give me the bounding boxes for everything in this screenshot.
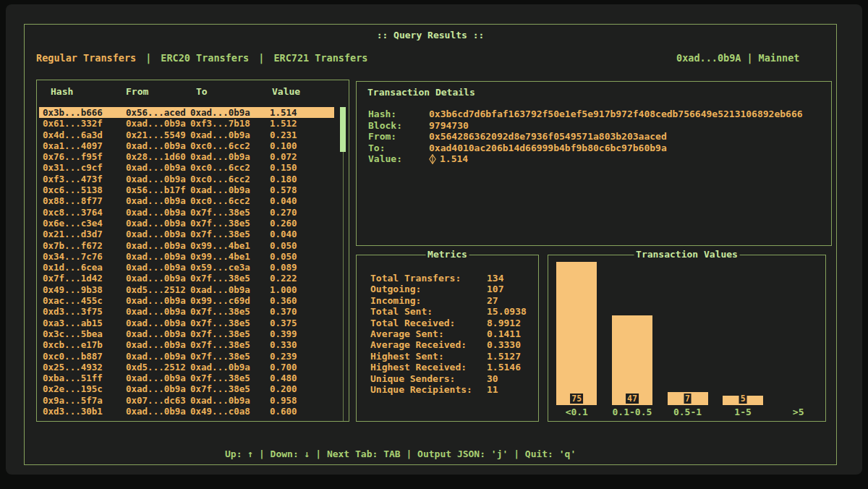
table-row[interactable]: 0x61...332f0xad...0b9a0xf3...7b181.512 [39,118,334,129]
metric-value: 30 [487,373,498,384]
hash-cell: 0x34...7c76 [43,251,103,263]
chart-bar [612,315,652,405]
detail-label: From: [368,131,396,143]
from-cell: 0xad...0b9a [126,240,186,252]
table-row[interactable]: 0x21...d3d70xad...0b9a0x7f...38e50.040 [39,229,334,239]
value-cell: 0.222 [270,273,297,284]
to-cell: 0xf3...7b18 [190,118,250,129]
scrollbar-track[interactable] [343,107,344,421]
tab-separator: | [145,52,151,64]
table-row[interactable]: 0x2e...195c0xad...0b9a0x7f...38e50.200 [39,383,334,394]
metric-label: Outgoing: [370,284,421,294]
from-cell: 0xad...0b9a [126,306,186,318]
to-cell: 0xad...0b9a [190,151,250,163]
chart-bar [556,262,597,405]
bar-value-label: 47 [626,394,639,404]
table-row[interactable]: 0x6e...c3e40xad...0b9a0x7f...38e50.260 [39,218,334,229]
value-cell: 0.089 [270,262,297,273]
value-cell: 0.239 [270,351,297,362]
table-row[interactable]: 0xba...51ff0xad...0b9a0x7f...38e50.480 [39,373,334,383]
x-axis-label: 1-5 [734,407,751,417]
to-cell: 0xc0...6cc2 [190,174,250,185]
metric-value: 8.9912 [487,318,521,328]
metric-row: Highest Received:1.5146 [357,362,538,373]
from-cell: 0xad...0b9a [126,229,186,240]
value-cell: 0.100 [270,140,297,152]
table-row[interactable]: 0x76...f95f0x28...1d600xad...0b9a0.072 [39,151,334,162]
to-cell: 0x7f...38e5 [190,207,250,218]
table-row[interactable]: 0x7f...1d420xad...0b9a0x7f...38e50.222 [39,273,334,284]
from-cell: 0xad...0b9a [126,318,186,329]
x-axis-label: 0.5-1 [673,407,702,417]
detail-value: 0x564286362092d8e7936f0549571a803b203aac… [429,131,667,143]
hash-cell: 0x7f...1d42 [43,273,103,284]
value-cell: 0.260 [270,218,297,229]
hash-cell: 0x61...332f [43,118,103,129]
hash-cell: 0x1d...6cea [43,262,103,273]
table-row-selected[interactable]: 0x3b...b6660x56...aced0xad...0b9a1.514 [39,107,334,118]
metric-row: Average Sent:0.1411 [357,328,538,339]
value-cell: 0.150 [270,162,297,174]
transfers-table-panel: Hash From To Value 0x3b...b6660x56...ace… [36,80,349,422]
metric-value: 15.0938 [487,306,527,317]
detail-value: 9794730 [429,120,469,132]
metric-label: Total Sent: [370,306,433,317]
table-row[interactable]: 0x3c...5bea0xad...0b9a0x7f...38e50.399 [39,328,334,339]
scrollbar-thumb[interactable] [340,107,346,152]
from-cell: 0xad...0b9a [126,174,186,185]
table-row[interactable]: 0xac...455c0xad...0b9a0x99...c69d0.360 [39,295,334,306]
table-row[interactable]: 0x9a...5f7a0x07...dc630xad...0b9a0.958 [39,395,334,406]
table-row[interactable]: 0xa1...40970xad...0b9a0xc0...6cc20.100 [39,140,334,151]
hash-cell: 0x3b...b666 [43,107,103,119]
hash-cell: 0x88...8f77 [43,195,103,207]
value-cell: 0.578 [270,184,297,196]
to-cell: 0xc0...6cc2 [190,140,250,152]
tab-separator: | [258,52,264,64]
table-row[interactable]: 0x49...9b380xd5...25120xad...0b9a1.000 [39,284,334,295]
metric-value: 11 [487,384,498,395]
table-row[interactable]: 0xcb...e17b0xad...0b9a0x7f...38e50.330 [39,339,334,350]
bar-value-label: 5 [739,394,747,404]
metric-label: Highest Sent: [370,351,444,362]
tab-erc20-transfers[interactable]: ERC20 Transfers [161,52,249,64]
table-row[interactable]: 0x88...8f770xad...0b9a0xc0...6cc20.040 [39,195,334,206]
metrics-panel-title: Metrics [425,249,469,260]
table-row[interactable]: 0xd3...30b10xad...0b9a0x49...c0a80.600 [39,406,334,417]
metric-label: Average Sent: [370,328,444,339]
statusbar-keybindings: Up: ↑ | Down: ↓ | Next Tab: TAB | Output… [225,448,576,459]
table-row[interactable]: 0x1d...6cea0xad...0b9a0x59...ce3a0.089 [39,262,334,273]
table-row[interactable]: 0xc8...37640xad...0b9a0x7f...38e50.270 [39,207,334,218]
column-header-from: From [126,86,148,97]
detail-field: Block:9794730 [357,120,831,132]
to-cell: 0x7f...38e5 [190,318,250,329]
table-row[interactable]: 0x34...7c760xad...0b9a0x99...4be10.050 [39,251,334,262]
from-cell: 0xd5...2512 [126,284,186,296]
to-cell: 0x7f...38e5 [190,218,250,229]
from-cell: 0x56...aced [126,107,186,119]
hash-cell: 0x49...9b38 [43,284,103,296]
table-row[interactable]: 0xf3...473f0xad...0b9a0xc0...6cc20.180 [39,174,334,184]
to-cell: 0x49...c0a8 [190,406,250,417]
column-header-value: Value [272,86,300,97]
table-row[interactable]: 0x4d...6a3d0x21...55490xad...0b9a0.231 [39,129,334,140]
tab-erc721-transfers[interactable]: ERC721 Transfers [273,52,367,64]
bar-value-label: 75 [570,394,583,404]
table-row[interactable]: 0xc6...51380x56...b17f0xad...0b9a0.578 [39,184,334,195]
tab-regular-transfers[interactable]: Regular Transfers [36,52,136,64]
table-row[interactable]: 0xd3...3f750xad...0b9a0x7f...38e50.370 [39,306,334,317]
detail-value: 0xad4010ac206b14d66999b4bf9b80c6bc97b60b… [429,143,667,154]
value-cell: 0.050 [270,251,297,263]
metric-label: Average Received: [370,339,467,350]
metric-value: 0.1411 [487,328,521,339]
table-row[interactable]: 0x31...c9cf0xad...0b9a0xc0...6cc20.150 [39,162,334,173]
table-row[interactable]: 0x25...49320xd5...25120xad...0b9a0.700 [39,362,334,373]
hash-cell: 0x25...4932 [43,362,103,373]
table-row[interactable]: 0xc0...b8870xad...0b9a0x7f...38e50.239 [39,351,334,362]
metric-label: Total Transfers: [370,273,461,284]
table-row[interactable]: 0x7b...f6720xad...0b9a0x99...4be10.050 [39,240,334,251]
value-cell: 1.512 [270,118,297,129]
table-row[interactable]: 0xa3...ab150xad...0b9a0x7f...38e50.375 [39,318,334,328]
value-cell: 0.200 [270,383,297,395]
to-cell: 0x7f...38e5 [190,328,250,340]
page-title: :: Query Results :: [24,30,837,41]
